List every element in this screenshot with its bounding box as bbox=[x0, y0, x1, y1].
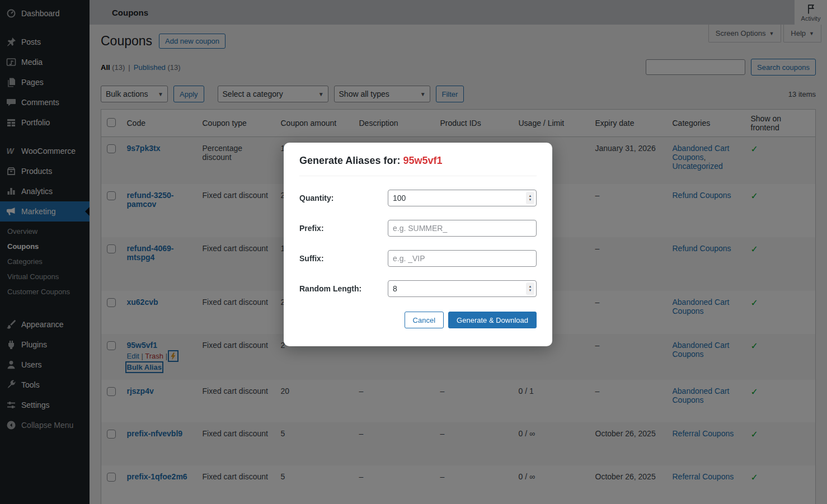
quantity-label: Quantity: bbox=[299, 194, 388, 202]
suffix-label: Suffix: bbox=[299, 254, 388, 263]
random-length-label: Random Length: bbox=[299, 284, 388, 293]
generate-download-button[interactable]: Generate & Download bbox=[448, 312, 537, 328]
modal-coupon-code: 95w5vf1 bbox=[403, 155, 442, 166]
modal-field-random-length: Random Length:▲▼ bbox=[299, 280, 537, 297]
cancel-button[interactable]: Cancel bbox=[405, 312, 444, 328]
modal-field-prefix: Prefix: bbox=[299, 220, 537, 237]
modal-field-suffix: Suffix: bbox=[299, 250, 537, 267]
generate-aliases-modal: Generate Aliases for: 95w5vf1 Quantity:▲… bbox=[284, 143, 552, 346]
quantity-stepper[interactable]: ▲▼ bbox=[526, 192, 534, 204]
prefix-label: Prefix: bbox=[299, 224, 388, 233]
random-length-stepper[interactable]: ▲▼ bbox=[526, 282, 534, 295]
modal-field-quantity: Quantity:▲▼ bbox=[299, 190, 537, 206]
prefix-input[interactable] bbox=[388, 220, 537, 237]
quantity-input[interactable] bbox=[388, 190, 537, 206]
modal-title: Generate Aliases for: 95w5vf1 bbox=[299, 143, 537, 176]
suffix-input[interactable] bbox=[388, 250, 537, 267]
random-length-input[interactable] bbox=[388, 280, 537, 297]
